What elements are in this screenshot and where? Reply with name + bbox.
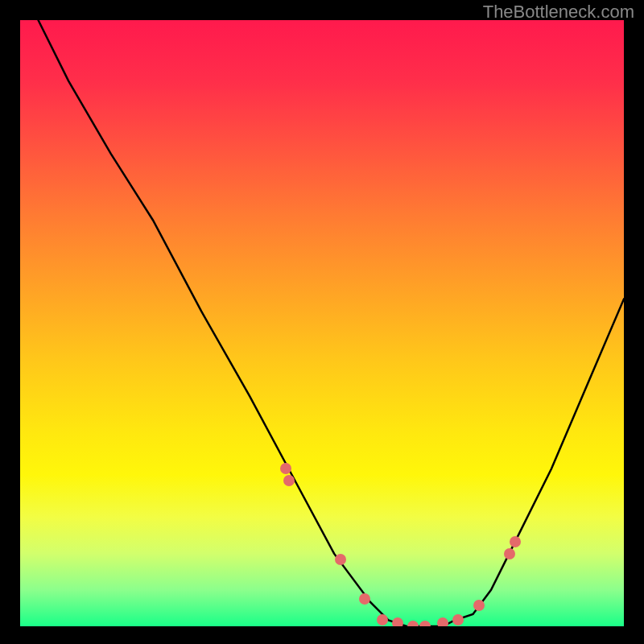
marker-dot bbox=[335, 554, 346, 565]
plot-area bbox=[20, 20, 624, 626]
curve-svg bbox=[20, 20, 624, 626]
chart-container: TheBottleneck.com bbox=[0, 0, 644, 644]
curve-line bbox=[39, 20, 625, 626]
marker-dot bbox=[504, 548, 515, 559]
marker-dot bbox=[419, 621, 431, 626]
marker-dot bbox=[473, 600, 485, 611]
marker-dot bbox=[359, 593, 370, 605]
marker-dot bbox=[283, 475, 295, 486]
watermark-text: TheBottleneck.com bbox=[483, 2, 634, 23]
marker-dot bbox=[510, 536, 521, 547]
marker-dot bbox=[407, 621, 419, 626]
marker-dot bbox=[437, 617, 448, 626]
marker-dot bbox=[392, 617, 403, 626]
